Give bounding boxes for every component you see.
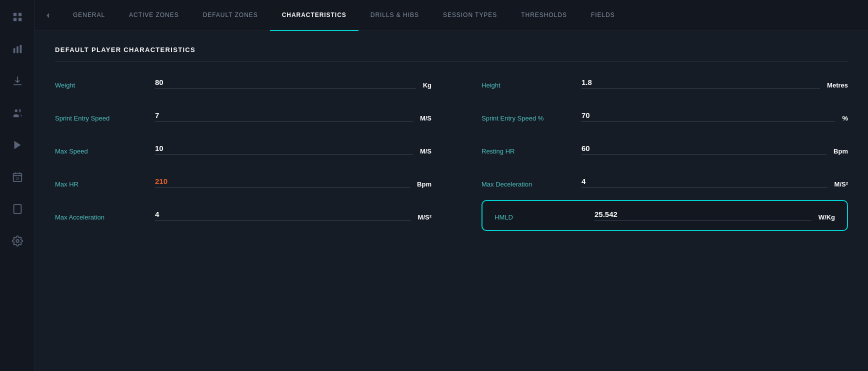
weight-unit: Kg	[423, 82, 432, 89]
max-speed-label: Max Speed	[55, 148, 155, 155]
resting-hr-value: 60	[582, 144, 590, 152]
tab-drills-hibs[interactable]: DRILLS & HIBS	[358, 0, 431, 31]
row-maxaccel-hmld: Max Acceleration 4 M/S² HMLD 25.542 W/Kg	[55, 199, 848, 232]
back-button[interactable]	[40, 8, 56, 24]
bar-chart-icon[interactable]	[8, 40, 26, 58]
max-hr-input[interactable]: 210	[155, 177, 410, 188]
svg-text:25: 25	[16, 177, 20, 180]
hmld-field-wrapper: HMLD 25.542 W/Kg	[452, 200, 848, 231]
sprint-speed-pct-value: 70	[582, 111, 590, 120]
svg-point-7	[14, 110, 18, 112]
svg-rect-6	[20, 45, 22, 54]
max-accel-unit: M/S²	[418, 214, 432, 221]
max-speed-input[interactable]: 10	[155, 144, 413, 155]
play-icon[interactable]	[8, 136, 26, 154]
max-accel-value: 4	[155, 210, 159, 218]
hmld-unit: W/Kg	[818, 214, 835, 221]
svg-rect-2	[13, 18, 16, 21]
sprint-speed-pct-label: Sprint Entry Speed %	[482, 114, 582, 122]
section-title: DEFAULT PLAYER CHARACTERISTICS	[55, 46, 848, 54]
max-hr-unit: Bpm	[417, 180, 432, 188]
download-icon[interactable]	[8, 72, 26, 90]
row-weight-height: Weight 80 Kg Height 1.8 Metres	[55, 67, 848, 100]
svg-rect-5	[16, 46, 18, 54]
divider	[55, 62, 848, 62]
height-unit: Metres	[827, 82, 848, 89]
svg-point-15	[16, 240, 19, 242]
max-decel-label: Max Deceleration	[482, 180, 582, 188]
sprint-speed-pct-field: Sprint Entry Speed % 70 %	[452, 100, 848, 133]
resting-hr-unit: Bpm	[834, 148, 848, 155]
tab-bar: GENERAL ACTIVE ZONES DEFAULT ZONES CHARA…	[35, 0, 868, 31]
max-accel-field: Max Acceleration 4 M/S²	[55, 199, 452, 232]
max-decel-value: 4	[582, 177, 586, 186]
resting-hr-label: Resting HR	[482, 148, 582, 155]
sprint-speed-pct-input[interactable]: 70	[582, 111, 835, 122]
row-sprint: Sprint Entry Speed 7 M/S Sprint Entry Sp…	[55, 100, 848, 133]
hmld-value: 25.542	[594, 210, 618, 218]
max-speed-unit: M/S	[420, 148, 432, 155]
sprint-speed-pct-unit: %	[842, 114, 848, 122]
users-icon[interactable]	[8, 104, 26, 122]
weight-field: Weight 80 Kg	[55, 67, 452, 100]
svg-rect-0	[13, 13, 16, 16]
hmld-label: HMLD	[494, 214, 594, 221]
calendar-icon[interactable]: 25	[8, 168, 26, 186]
settings-icon[interactable]	[8, 232, 26, 250]
max-speed-field: Max Speed 10 M/S	[55, 133, 452, 166]
grid-icon[interactable]	[8, 8, 26, 26]
tab-active-zones[interactable]: ACTIVE ZONES	[117, 0, 191, 31]
sidebar: 25	[0, 0, 35, 371]
row-maxspeed-restinghr: Max Speed 10 M/S Resting HR 60 Bpm	[55, 133, 848, 166]
max-speed-value: 10	[155, 144, 164, 152]
hmld-input[interactable]: 25.542	[594, 210, 812, 221]
tab-fields[interactable]: FIELDS	[579, 0, 627, 31]
svg-rect-14	[14, 204, 21, 214]
svg-rect-3	[18, 18, 21, 21]
height-value: 1.8	[582, 78, 592, 86]
svg-rect-4	[13, 48, 15, 53]
tab-thresholds[interactable]: THRESHOLDS	[509, 0, 579, 31]
max-decel-field: Max Deceleration 4 M/S²	[452, 166, 848, 199]
resting-hr-input[interactable]: 60	[582, 144, 826, 155]
svg-rect-1	[18, 13, 21, 16]
max-hr-label: Max HR	[55, 180, 155, 188]
tab-characteristics[interactable]: CHARACTERISTICS	[270, 0, 358, 31]
sprint-speed-value: 7	[155, 111, 159, 120]
sprint-speed-label: Sprint Entry Speed	[55, 114, 155, 122]
row-maxhr-maxdecel: Max HR 210 Bpm Max Deceleration 4 M/S²	[55, 166, 848, 199]
weight-value: 80	[155, 78, 164, 86]
hmld-card[interactable]: HMLD 25.542 W/Kg	[482, 200, 848, 231]
tablet-icon[interactable]	[8, 200, 26, 218]
max-accel-input[interactable]: 4	[155, 210, 411, 221]
sprint-speed-unit: M/S	[420, 114, 432, 122]
weight-label: Weight	[55, 82, 155, 89]
tab-session-types[interactable]: SESSION TYPES	[431, 0, 509, 31]
max-accel-label: Max Acceleration	[55, 214, 155, 221]
height-input[interactable]: 1.8	[582, 78, 820, 89]
max-decel-unit: M/S²	[834, 180, 848, 188]
main-content: GENERAL ACTIVE ZONES DEFAULT ZONES CHARA…	[35, 0, 868, 371]
height-field: Height 1.8 Metres	[452, 67, 848, 100]
max-hr-value: 210	[155, 177, 168, 186]
sprint-speed-field: Sprint Entry Speed 7 M/S	[55, 100, 452, 133]
height-label: Height	[482, 82, 582, 89]
resting-hr-field: Resting HR 60 Bpm	[452, 133, 848, 166]
weight-input[interactable]: 80	[155, 78, 416, 89]
tab-general[interactable]: GENERAL	[61, 0, 117, 31]
max-decel-input[interactable]: 4	[582, 177, 828, 188]
sprint-speed-input[interactable]: 7	[155, 111, 413, 122]
svg-marker-8	[14, 141, 20, 150]
content-area: DEFAULT PLAYER CHARACTERISTICS Weight 80…	[35, 31, 868, 371]
max-hr-field: Max HR 210 Bpm	[55, 166, 452, 199]
tab-default-zones[interactable]: DEFAULT ZONES	[191, 0, 270, 31]
